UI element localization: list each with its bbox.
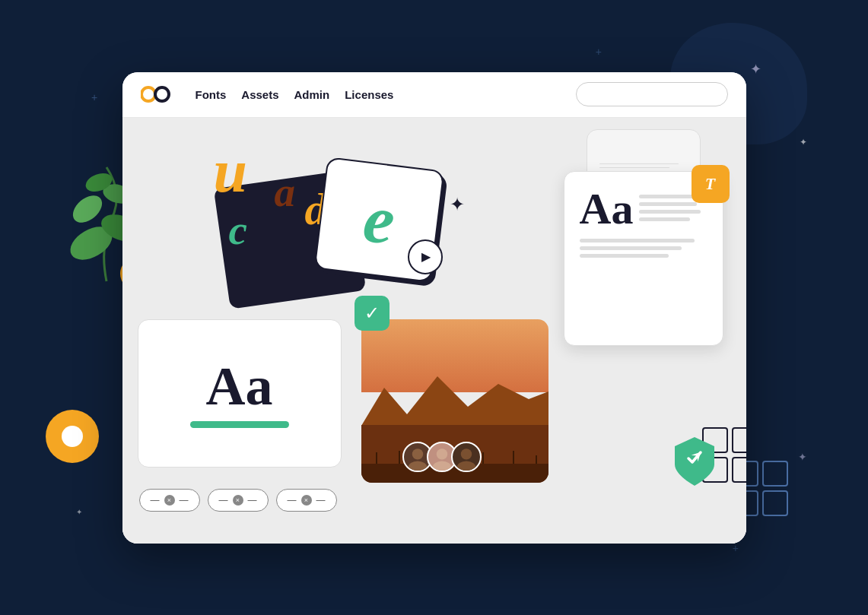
text-tool-badge: T [692, 165, 730, 203]
tag-pill-2[interactable]: — × — [208, 489, 269, 512]
tag-dash-3: — [219, 495, 228, 506]
sparkle-icon-4: + [91, 91, 97, 103]
aa-display: Aa [206, 359, 273, 414]
orange-circle-decoration [46, 410, 99, 463]
green-progress-bar [190, 421, 289, 428]
sparkle-icon-2: ✦ [800, 137, 807, 147]
nav-fonts[interactable]: Fonts [196, 88, 227, 101]
browser-bar: Fonts Assets Admin Licenses [122, 72, 746, 118]
sparkle-icon-3: ✦ [798, 451, 807, 463]
letter-e: e [360, 183, 399, 255]
shield-badge [672, 436, 717, 490]
logo-icon [141, 85, 171, 103]
svg-point-22 [436, 449, 447, 459]
browser-content: u a d c e ▶ ✦ Aa — × — [122, 118, 746, 544]
letter-u: u [214, 141, 248, 201]
play-icon: ▶ [421, 249, 431, 264]
svg-marker-11 [361, 376, 548, 426]
sparkle-icon-5: + [596, 46, 602, 58]
svg-point-20 [412, 449, 422, 459]
dark-sparkle: ✦ [450, 194, 465, 215]
avatar-row [402, 442, 482, 472]
nav-assets[interactable]: Assets [241, 88, 278, 101]
svg-rect-9 [148, 91, 152, 97]
tag-pill-1[interactable]: — × — [139, 489, 200, 512]
app-logo[interactable] [141, 85, 171, 103]
sparkle-icon-6: ✦ [76, 508, 82, 516]
letter-c: c [229, 209, 247, 251]
checkmark-badge: ✓ [355, 296, 389, 331]
mountain-silhouette [361, 365, 548, 426]
tag-x-1: × [164, 495, 175, 506]
tag-dash-5: — [288, 495, 297, 506]
tag-dash: — [151, 495, 160, 506]
search-input[interactable] [576, 82, 728, 106]
avatar-3 [451, 442, 482, 472]
play-button[interactable]: ▶ [408, 239, 443, 274]
svg-point-21 [408, 461, 427, 472]
tag-dash-4: — [248, 495, 257, 506]
tag-pills-container: — × — — × — — × — [139, 489, 337, 512]
svg-rect-10 [158, 91, 163, 97]
sparkle-icon-7: + [733, 542, 739, 554]
nav-admin[interactable]: Admin [294, 88, 330, 101]
svg-point-23 [432, 461, 451, 472]
tag-dash-6: — [316, 495, 326, 506]
aa-card: Aa [138, 319, 342, 468]
tag-pill-3[interactable]: — × — [276, 489, 337, 512]
nav-licenses[interactable]: Licenses [345, 88, 393, 101]
sparkle-icon-1: ✦ [750, 61, 761, 78]
svg-point-25 [456, 461, 475, 472]
tag-dash-2: — [180, 495, 189, 506]
main-nav: Fonts Assets Admin Licenses [196, 88, 394, 101]
tag-x-3: × [301, 495, 312, 506]
tag-x-2: × [233, 495, 243, 506]
letter-a-brown: a [275, 171, 296, 213]
browser-window: Fonts Assets Admin Licenses u a d c e [122, 72, 746, 544]
doc-aa-text: Aa [580, 187, 634, 231]
svg-point-24 [460, 449, 471, 459]
svg-point-2 [68, 190, 107, 228]
text-tool-icon: T [705, 174, 715, 194]
orange-circle-inner [62, 426, 83, 447]
